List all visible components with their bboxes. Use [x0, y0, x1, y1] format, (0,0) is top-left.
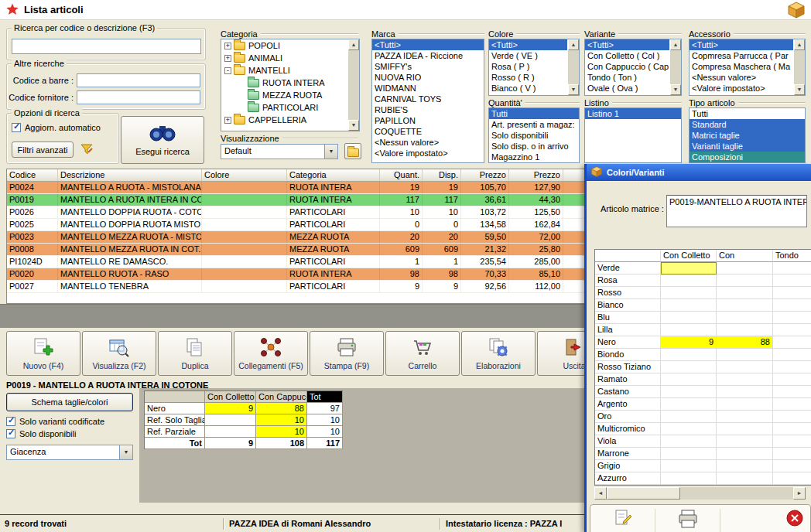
variant-grid-row[interactable]: Oro: [595, 411, 811, 423]
variant-grid-row[interactable]: Rosso Tiziano: [595, 361, 811, 373]
variant-grid-cell[interactable]: [717, 435, 773, 448]
dialog-exit-button[interactable]: [779, 509, 810, 532]
pivot-cell[interactable]: 9: [205, 403, 256, 414]
variant-grid-cell[interactable]: [717, 262, 773, 275]
scroll-right-icon[interactable]: ►: [793, 487, 806, 500]
variant-grid-row[interactable]: Rosso: [595, 287, 811, 299]
list-option[interactable]: Standard: [690, 119, 805, 130]
column-header-quant[interactable]: Quant.: [380, 169, 423, 181]
variant-grid-cell[interactable]: [773, 299, 811, 312]
variant-grid-cell[interactable]: [717, 411, 773, 423]
list-option[interactable]: Con Cappuccio ( Cap ): [585, 61, 681, 72]
pivot-cell[interactable]: [205, 426, 256, 438]
variant-grid-row[interactable]: Ramato: [595, 373, 811, 386]
variant-grid-cell[interactable]: [773, 448, 811, 460]
tree-item[interactable]: +CAPPELLERIA: [221, 114, 359, 126]
list-option[interactable]: WIDMANN: [372, 83, 484, 94]
list-option[interactable]: Tondo ( Ton ): [585, 72, 681, 83]
visualizza-button[interactable]: Visualizza (F2): [82, 331, 156, 376]
pivot-cell[interactable]: 10: [256, 426, 307, 438]
variant-grid-cell[interactable]: [661, 411, 717, 423]
scroll-down-icon[interactable]: ▼: [568, 84, 579, 95]
variant-grid-cell[interactable]: 88: [717, 336, 773, 349]
variant-grid-cell[interactable]: [773, 472, 811, 485]
variant-grid-cell[interactable]: [661, 373, 717, 386]
collegamenti-button[interactable]: Collegamenti (F5): [234, 331, 308, 376]
variant-grid-cell[interactable]: [773, 287, 811, 299]
column-header-colore[interactable]: Colore: [202, 169, 287, 181]
dialog-print-button[interactable]: [655, 509, 720, 532]
variant-grid-cell[interactable]: [717, 312, 773, 324]
tree-expander-icon[interactable]: +: [224, 55, 231, 62]
variant-grid-cell[interactable]: [661, 472, 717, 485]
scroll-up-icon[interactable]: ▲: [670, 39, 681, 50]
schema-taglie-colori-button[interactable]: Schema taglie/colori: [6, 393, 133, 411]
execute-search-button[interactable]: Esegui ricerca: [121, 116, 204, 164]
variant-grid-row[interactable]: Blu: [595, 312, 811, 324]
list-option[interactable]: <Nessun valore>: [372, 137, 484, 148]
variant-grid-cell[interactable]: [773, 386, 811, 398]
pivot-cell[interactable]: [205, 414, 256, 426]
variant-grid-cell[interactable]: [717, 361, 773, 373]
variant-grid-cell[interactable]: [661, 423, 717, 435]
variant-grid-cell[interactable]: [773, 423, 811, 435]
column-header-disp[interactable]: Disp.: [423, 169, 461, 181]
list-option[interactable]: Composizioni: [690, 152, 805, 162]
column-header-prezzo1[interactable]: Prezzo: [461, 169, 509, 181]
duplica-button[interactable]: Duplica: [158, 331, 232, 376]
tree-item[interactable]: PARTICOLARI: [221, 101, 359, 114]
variant-grid-cell[interactable]: [661, 287, 717, 299]
chevron-down-icon[interactable]: ▼: [119, 445, 132, 459]
scroll-left-icon[interactable]: ◄: [594, 487, 607, 500]
tree-item[interactable]: -MANTELLI: [221, 64, 359, 77]
variant-grid-cell[interactable]: [661, 435, 717, 448]
scroll-down-icon[interactable]: ▼: [670, 84, 681, 95]
variant-grid-row[interactable]: Bianco: [595, 299, 811, 312]
scrollbar-track[interactable]: [680, 487, 793, 500]
variant-grid-row[interactable]: Biondo: [595, 349, 811, 361]
variant-grid-cell[interactable]: [717, 287, 773, 299]
variant-grid-cell[interactable]: [661, 275, 717, 287]
open-view-folder-button[interactable]: [344, 143, 361, 159]
variant-grid-cell[interactable]: 9: [661, 336, 717, 349]
pivot-cell[interactable]: 88: [256, 403, 307, 414]
variant-grid-row[interactable]: Azzurro: [595, 472, 811, 485]
variant-grid-cell[interactable]: [717, 398, 773, 411]
list-option[interactable]: Matrici taglie: [690, 130, 805, 141]
variant-grid-row[interactable]: Viola: [595, 435, 811, 448]
list-option[interactable]: Art. presenti a magaz:: [489, 119, 579, 130]
tree-item[interactable]: +POPOLI: [221, 39, 359, 52]
categoria-tree-scrollbar[interactable]: ▲▼: [347, 39, 359, 131]
variant-grid-cell[interactable]: [773, 312, 811, 324]
variant-grid-cell[interactable]: [661, 349, 717, 361]
tree-item[interactable]: +ANIMALI: [221, 52, 359, 64]
list-option[interactable]: Copmresa Parrucca ( Par: [690, 50, 805, 61]
list-option[interactable]: COQUETTE: [372, 126, 484, 137]
elaborazioni-button[interactable]: Elaborazioni: [461, 331, 536, 376]
variant-grid-row[interactable]: Grigio: [595, 460, 811, 472]
colore-scrollbar[interactable]: ▲▼: [567, 39, 579, 95]
scrollbar-thumb[interactable]: [607, 487, 680, 500]
solo-varianti-checkbox[interactable]: [6, 417, 15, 426]
variant-grid-cell[interactable]: [773, 361, 811, 373]
variant-grid-cell[interactable]: [773, 460, 811, 472]
variant-grid-cell[interactable]: [717, 299, 773, 312]
variant-grid-cell[interactable]: [717, 472, 773, 485]
variant-grid-cell[interactable]: [717, 386, 773, 398]
scroll-up-icon[interactable]: ▲: [348, 39, 359, 50]
list-option[interactable]: <Nessun valore>: [690, 72, 805, 83]
list-option[interactable]: Verde ( VE ): [489, 50, 579, 61]
list-option[interactable]: NUOVA RIO: [372, 72, 484, 83]
list-option[interactable]: Listino 1: [585, 108, 681, 119]
list-option[interactable]: <Valore impostato>: [690, 83, 805, 94]
list-option[interactable]: Rosa ( P ): [489, 61, 579, 72]
variant-grid-row[interactable]: Argento: [595, 398, 811, 411]
carrello-button[interactable]: Carrello: [385, 331, 460, 376]
variant-grid-row[interactable]: Rosa: [595, 275, 811, 287]
list-option[interactable]: PAPILLON: [372, 115, 484, 126]
variant-grid-row[interactable]: Lilla: [595, 324, 811, 336]
solo-disponibili-checkbox[interactable]: [6, 429, 15, 438]
list-option[interactable]: Solo disponibili: [489, 130, 579, 141]
variant-grid-cell[interactable]: [773, 324, 811, 336]
tree-expander-icon[interactable]: +: [224, 43, 231, 49]
